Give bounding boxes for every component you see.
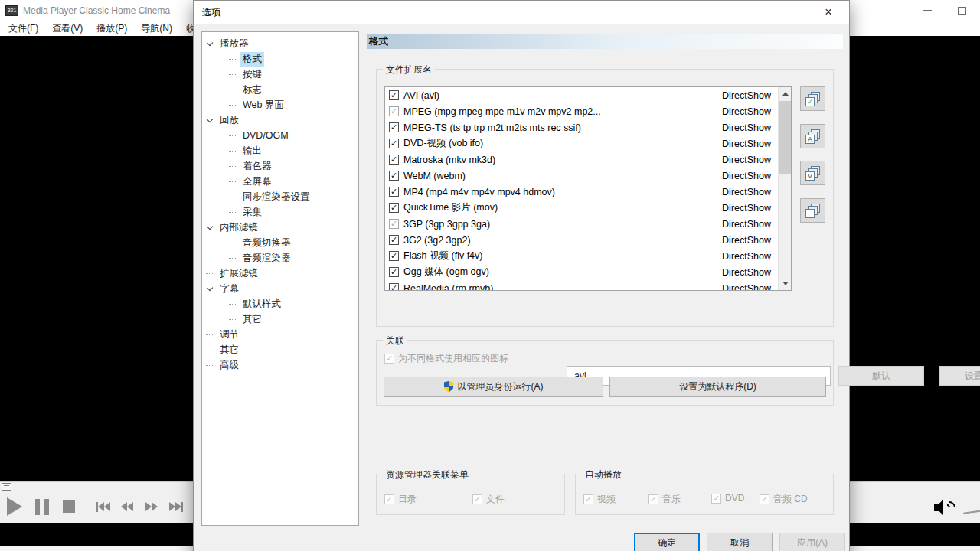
tree-item-16[interactable]: 字幕 — [202, 281, 358, 296]
format-checkbox[interactable]: ✓ — [389, 106, 399, 116]
skip-back-button[interactable] — [96, 502, 110, 512]
chevron-down-icon[interactable] — [207, 40, 213, 46]
format-row-7[interactable]: ✓QuickTime 影片 (mov)DirectShow — [385, 200, 791, 216]
format-checkbox[interactable]: ✓ — [389, 122, 399, 132]
menu-item-3[interactable]: 导航(N) — [134, 21, 179, 36]
check-audio-formats-button[interactable]: A — [800, 124, 825, 148]
format-checkbox[interactable]: ✓ — [389, 187, 399, 197]
group-label: 关联 — [383, 334, 407, 347]
format-checkbox[interactable]: ✓ — [389, 90, 399, 100]
autoplay-label: 音频 CD — [773, 493, 808, 506]
format-checkbox[interactable]: ✓ — [389, 267, 399, 277]
tree-item-label: 播放器 — [217, 37, 251, 51]
format-checkbox[interactable]: ✓ — [389, 219, 399, 229]
tree-item-17[interactable]: 默认样式 — [202, 296, 358, 311]
app-icon: 321 — [5, 5, 18, 16]
rewind-button[interactable] — [121, 502, 133, 511]
tree-item-14[interactable]: 音频渲染器 — [202, 250, 358, 266]
autoplay-checkbox: ✓ — [648, 494, 658, 504]
chevron-down-icon[interactable] — [207, 223, 213, 230]
chevron-down-icon[interactable] — [207, 116, 213, 122]
format-name: DVD-视频 (vob ifo) — [403, 137, 716, 150]
scrollbar-thumb[interactable] — [779, 101, 792, 174]
format-row-5[interactable]: ✓WebM (webm)DirectShow — [385, 168, 791, 184]
fast-forward-button[interactable] — [145, 502, 158, 511]
format-engine: DirectShow — [722, 171, 771, 181]
tree-item-4[interactable]: Web 界面 — [202, 97, 358, 112]
format-name: WebM (webm) — [403, 171, 716, 181]
format-checkbox[interactable]: ✓ — [389, 235, 399, 245]
cancel-button[interactable]: 取消 — [707, 533, 773, 551]
format-row-10[interactable]: ✓Flash 视频 (flv f4v)DirectShow — [385, 248, 791, 264]
pause-button[interactable] — [35, 499, 49, 515]
format-row-3[interactable]: ✓DVD-视频 (vob ifo)DirectShow — [385, 135, 791, 152]
skip-forward-button[interactable] — [169, 502, 183, 512]
tree-item-21[interactable]: 高级 — [202, 357, 358, 373]
tree-item-7[interactable]: 输出 — [202, 143, 358, 158]
check-video-formats-button[interactable]: V — [800, 161, 825, 185]
format-checkbox[interactable]: ✓ — [389, 171, 399, 181]
close-icon[interactable]: × — [817, 2, 840, 22]
format-checkbox[interactable]: ✓ — [389, 155, 399, 165]
ok-button[interactable]: 确定 — [634, 533, 700, 551]
menu-item-0[interactable]: 文件(F) — [2, 21, 45, 36]
tree-item-11[interactable]: 采集 — [202, 204, 358, 220]
maximize-icon[interactable] — [958, 7, 966, 15]
scroll-up-icon[interactable] — [779, 87, 792, 100]
format-row-11[interactable]: ✓Ogg 媒体 (ogm ogv)DirectShow — [385, 264, 791, 280]
format-checkbox[interactable]: ✓ — [389, 283, 399, 291]
run-as-admin-button[interactable]: 以管理员身份运行(A) — [384, 377, 603, 397]
uncheck-all-formats-button[interactable] — [800, 198, 825, 223]
format-row-6[interactable]: ✓MP4 (mp4 m4v mp4v mpv4 hdmov)DirectShow — [385, 184, 791, 200]
format-engine: DirectShow — [722, 122, 771, 133]
set-button: 设置 — [939, 366, 980, 386]
page-title: 格式 — [367, 34, 843, 49]
format-name: MPEG (mpg mpeg mpe m1v m2v mpv2 mp2... — [403, 106, 716, 117]
tree-item-18[interactable]: 其它 — [202, 311, 358, 327]
check-all-formats-button[interactable]: ✓ — [800, 86, 825, 111]
minimize-icon[interactable] — [923, 10, 932, 11]
format-checkbox[interactable]: ✓ — [389, 203, 399, 213]
format-row-1[interactable]: ✓MPEG (mpg mpeg mpe m1v m2v mpv2 mp2...D… — [385, 103, 791, 119]
format-list[interactable]: ✓AVI (avi)DirectShow✓MPEG (mpg mpeg mpe … — [384, 86, 792, 291]
volume-icon[interactable] — [934, 497, 960, 517]
tree-line — [229, 212, 237, 213]
format-checkbox[interactable]: ✓ — [389, 251, 399, 261]
format-checkbox[interactable]: ✓ — [389, 139, 399, 148]
tree-item-12[interactable]: 内部滤镜 — [202, 220, 358, 235]
stop-button[interactable] — [49, 500, 75, 513]
tree-item-9[interactable]: 全屏幕 — [202, 174, 358, 189]
format-row-2[interactable]: ✓MPEG-TS (ts tp trp m2t m2ts mts rec ssi… — [385, 119, 791, 135]
tree-line — [229, 319, 237, 320]
autoplay-checkbox-row-3: ✓音频 CD — [760, 493, 808, 506]
tree-item-1[interactable]: 格式 — [202, 51, 358, 67]
format-row-12[interactable]: ✓RealMedia (rm rmvb)DirectShow — [385, 280, 791, 291]
format-row-4[interactable]: ✓Matroska (mkv mk3d)DirectShow — [385, 152, 791, 168]
tree-item-3[interactable]: 标志 — [202, 82, 358, 97]
seek-thumb[interactable] — [2, 483, 11, 491]
tree-item-5[interactable]: 回放 — [202, 112, 358, 128]
tree-item-6[interactable]: DVD/OGM — [202, 128, 358, 143]
explorer-menu-group: 资源管理器关联菜单 ✓目录✓文件 — [376, 474, 565, 515]
tree-item-13[interactable]: 音频切换器 — [202, 235, 358, 250]
format-row-0[interactable]: ✓AVI (avi)DirectShow — [385, 87, 791, 103]
tree-item-19[interactable]: 调节 — [202, 327, 358, 342]
tree-item-20[interactable]: 其它 — [202, 342, 358, 357]
set-default-program-button[interactable]: 设置为默认程序(D) — [609, 377, 826, 397]
tree-item-0[interactable]: 播放器 — [202, 36, 358, 51]
format-row-8[interactable]: ✓3GP (3gp 3gpp 3ga)DirectShow — [385, 216, 791, 232]
chevron-down-icon[interactable] — [207, 285, 213, 291]
menu-item-1[interactable]: 查看(V) — [45, 21, 90, 36]
format-row-9[interactable]: ✓3G2 (3g2 3gp2)DirectShow — [385, 232, 791, 248]
scroll-down-icon[interactable] — [779, 277, 792, 290]
menu-item-2[interactable]: 播放(P) — [90, 21, 134, 36]
tree-item-10[interactable]: 同步渲染器设置 — [202, 189, 358, 204]
list-scrollbar[interactable] — [778, 87, 791, 290]
play-button[interactable] — [0, 497, 22, 516]
format-engine: DirectShow — [722, 155, 771, 165]
file-extensions-group: 文件扩展名 ✓AVI (avi)DirectShow✓MPEG (mpg mpe… — [376, 69, 834, 327]
format-name: Ogg 媒体 (ogm ogv) — [403, 266, 716, 279]
tree-item-15[interactable]: 扩展滤镜 — [202, 266, 358, 281]
tree-item-8[interactable]: 着色器 — [202, 158, 358, 174]
tree-item-2[interactable]: 按键 — [202, 67, 358, 82]
